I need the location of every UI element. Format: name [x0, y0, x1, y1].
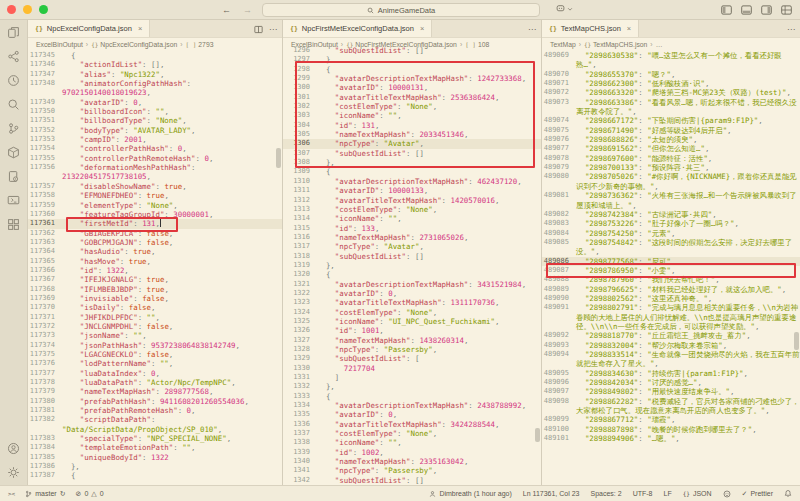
code-line[interactable]: 489075 "2898671490": "好感等级达到4后开启", — [542, 126, 800, 135]
code-line[interactable]: 117358 "EFMONEFDHEO": true, — [28, 191, 282, 200]
code-line[interactable]: 117363 "GOBCPMJGAJN": false, — [28, 238, 282, 247]
code-line[interactable]: 489071 "2898662300": "低利酸枝酒·识", — [542, 79, 800, 88]
layout-grid-icon[interactable] — [7, 218, 20, 231]
customize-layout-icon[interactable] — [781, 5, 792, 15]
code-line[interactable]: 117348 "animatorConfigPathHash": 9702150… — [28, 79, 282, 98]
code-line[interactable]: 489089 "2898796625": "材料我已经处理好了，就这么加入吧。"… — [542, 285, 800, 294]
code-line[interactable]: 489084 "2898754250": "元素", — [542, 229, 800, 238]
git-blame-item[interactable]: Dimbreath (1 hour ago) — [429, 490, 511, 498]
files-icon[interactable] — [7, 26, 20, 39]
code-line[interactable]: 1329 "subQuestIdList": [ — [283, 354, 541, 363]
code-line[interactable]: 117356 "deformationMeshPathHash": 213220… — [28, 163, 282, 182]
code-line[interactable]: 117379 "nameTextMapHash": 2898777568, — [28, 387, 282, 396]
copilot-icon[interactable] — [556, 4, 565, 13]
code-line[interactable]: 1311 "avatarID": 10000133, — [283, 186, 541, 195]
code-line[interactable]: 489076 "2898688826": "太短的须臾", — [542, 135, 800, 144]
code-line[interactable]: 117360 "featureTagGroupId": 30000001, — [28, 210, 282, 219]
tab-npc-first-met-excel-config-data[interactable]: {} NpcFirstMetExcelConfigData.json × — [283, 20, 432, 37]
code-line[interactable]: 117349 "avatarID": 0, — [28, 98, 282, 107]
extensions-box-icon[interactable] — [7, 146, 20, 159]
breadcrumb-segment[interactable]: [ ] 2793 — [186, 41, 214, 48]
breadcrumb-segment[interactable]: ExcelBinOutput — [36, 41, 83, 48]
code-line[interactable]: 117368 "IFLMBEBJBDP": true, — [28, 285, 282, 294]
git-branch-item[interactable]: master ↻ — [25, 490, 65, 498]
code-line[interactable]: 1328 "npcType": "Passersby", — [283, 345, 541, 354]
code-line[interactable]: 1334 "avatarDescriptionTextMapHash": 243… — [283, 401, 541, 410]
code-line[interactable]: 117373 "jsonName": "", — [28, 331, 282, 340]
code-line[interactable]: 1320 { — [283, 270, 541, 279]
split-editor-icon[interactable] — [254, 25, 263, 34]
code-line[interactable]: 117355 "controllerPathRemoteHash": 0, — [28, 154, 282, 163]
code-line[interactable]: 1304 "id": 131, — [283, 121, 541, 130]
close-tab-icon[interactable]: × — [138, 24, 142, 33]
code-line[interactable]: 117362 "GBIAGEKPJCA": false, — [28, 229, 282, 238]
file-settings-icon[interactable] — [7, 170, 20, 183]
code-line[interactable]: 117369 "invisiable": false, — [28, 294, 282, 303]
tab-textmap-chs[interactable]: {} TextMapCHS.json × — [542, 20, 639, 37]
more-actions-icon[interactable]: ⋯ — [269, 25, 277, 34]
code-line[interactable]: 1321 "avatarDescriptionTextMapHash": 343… — [283, 280, 541, 289]
code-line[interactable]: 1338 "iconName": "", — [283, 438, 541, 447]
code-line[interactable]: 489074 "2898667172": "下坠期间伤害|{param9:F1P… — [542, 116, 800, 125]
code-line[interactable]: 117346 "actionIdList": [], — [28, 60, 282, 69]
code-line[interactable]: 1332 }, — [283, 382, 541, 391]
scrollbar-thumb[interactable] — [535, 428, 540, 442]
code-line[interactable]: 117382 "scriptDataPath": "Data/ScriptDat… — [28, 415, 282, 434]
scrollbar-thumb[interactable] — [276, 148, 281, 168]
code-line[interactable]: 1306 "npcType": "Avatar", — [283, 139, 541, 148]
code-line[interactable]: 1298 { — [283, 65, 541, 74]
code-line[interactable]: 489090 "2898802562": "这里还真神奇。", — [542, 294, 800, 303]
code-line[interactable]: 489091 "2898802791": "完成与璃月息息相关的重要任务，\\n… — [542, 303, 800, 331]
code-line[interactable]: 1326 "id": 1001, — [283, 326, 541, 335]
code-line[interactable]: 489092 "2898818770": "丘丘霜铠王_挑衅攻击_蓄力", — [542, 331, 800, 340]
code-line[interactable]: 489095 "2898834630": "持续伤害|{param1:F1P}"… — [542, 369, 800, 378]
code-line[interactable]: 1312 "avatarTitleTextMapHash": 142057001… — [283, 196, 541, 205]
code-line[interactable]: 1327 "nameTextMapHash": 1438260314, — [283, 336, 541, 345]
code-line[interactable]: 117374 "jsonPathHash": 95372380648381427… — [28, 341, 282, 350]
code-line[interactable]: 117357 "disableShowName": true, — [28, 182, 282, 191]
code-line[interactable]: 117364 "hasAudio": true, — [28, 247, 282, 256]
remote-indicator-icon[interactable]: >< — [8, 490, 15, 497]
toggle-primary-sidebar-icon[interactable] — [721, 5, 732, 15]
code-line[interactable]: 1337 "costElemType": "None", — [283, 429, 541, 438]
breadcrumb[interactable]: ExcelBinOutput›{} NpcExcelConfigData.jso… — [28, 38, 282, 50]
code-line[interactable]: 1315 "id": 133, — [283, 224, 541, 233]
more-actions-icon[interactable]: ⋯ — [787, 25, 795, 34]
code-line[interactable]: 489077 "2898691562": "但你怎么知道…", — [542, 144, 800, 153]
code-line[interactable]: 117371 "JHFIKDLPFDC": "", — [28, 313, 282, 322]
settings-gear-icon[interactable] — [7, 466, 20, 479]
code-line[interactable]: 1305 "nameTextMapHash": 2033451346, — [283, 130, 541, 139]
toggle-panel-icon[interactable] — [741, 5, 752, 15]
code-line[interactable]: 489086 "2898777568": "尼可", — [542, 257, 800, 266]
breadcrumb[interactable]: TextMap›{} TextMapCHS.json›… — [542, 38, 800, 50]
code-line[interactable]: 1297 }, — [283, 55, 541, 64]
code-line[interactable]: 117372 "JNCLGNMPDHL": false, — [28, 322, 282, 331]
code-line[interactable]: 489080 "2898705026": "#你好啊，{NICKNAME}，跟着… — [542, 172, 800, 191]
code-line[interactable]: 117386 }, — [28, 462, 282, 471]
code-editor[interactable]: 117345 {117346 "actionIdList": [],117347… — [28, 50, 282, 485]
code-line[interactable]: 117352 "bodyType": "AVATAR_LADY", — [28, 126, 282, 135]
code-line[interactable]: 117381 "prefabPathRemoteHash": 0, — [28, 406, 282, 415]
code-line[interactable]: 117385 "uniqueBodyId": 1322 — [28, 453, 282, 462]
code-line[interactable]: 117366 "id": 1322, — [28, 266, 282, 275]
code-line[interactable]: 117353 "campID": 2001, — [28, 135, 282, 144]
code-line[interactable]: 1318 "subQuestIdList": [] — [283, 252, 541, 261]
code-line[interactable]: 489085 "2898754842": "这段时间的假期怎么安排，决定好去哪里… — [542, 238, 800, 257]
problems-item[interactable]: ⊘ 0 △ 0 — [76, 490, 104, 498]
minimize-window-button[interactable] — [23, 5, 32, 14]
code-line[interactable]: 1342 "subQuestIdList": [] — [283, 476, 541, 485]
code-line[interactable]: 1310 "avatarDescriptionTextMapHash": 462… — [283, 177, 541, 186]
code-line[interactable]: 489098 "2898862282": "税费减轻了，官兵对各家商铺的刁难也少… — [542, 397, 800, 416]
toggle-secondary-sidebar-icon[interactable] — [761, 5, 772, 15]
code-line[interactable]: 489101 "2898894906": "…嗯。", — [542, 434, 800, 443]
close-window-button[interactable] — [7, 5, 16, 14]
code-line[interactable]: 1340 "nameTextMapHash": 2335163042, — [283, 457, 541, 466]
code-line[interactable]: 1324 "costElemType": "None", — [283, 308, 541, 317]
code-line[interactable]: 1335 "avatarID": 0, — [283, 410, 541, 419]
code-line[interactable]: 1302 "costElemType": "None", — [283, 102, 541, 111]
code-line[interactable]: 1323 "avatarTitleTextMapHash": 131117073… — [283, 298, 541, 307]
code-line[interactable]: 1296 "subQuestIdList": [] — [283, 46, 541, 55]
close-tab-icon[interactable]: × — [627, 24, 631, 33]
code-line[interactable]: 117383 "specialType": "NPC_SPECIAL_NONE"… — [28, 434, 282, 443]
code-line[interactable]: 1313 "costElemType": "None", — [283, 205, 541, 214]
